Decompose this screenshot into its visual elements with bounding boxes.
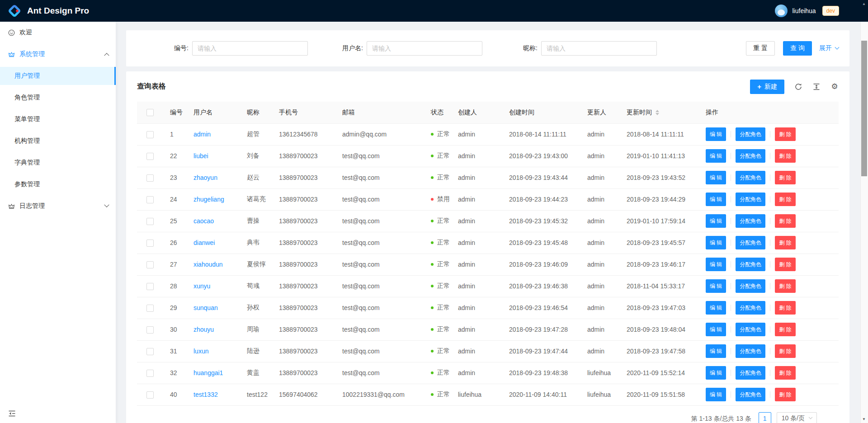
assign-role-button[interactable]: 分配角色 [736, 258, 765, 271]
assign-role-button[interactable]: 分配角色 [736, 388, 765, 401]
row-checkbox[interactable] [146, 153, 154, 160]
assign-role-button[interactable]: 分配角色 [736, 149, 765, 163]
edit-button[interactable]: 编 辑 [706, 279, 726, 293]
delete-button[interactable]: 删 除 [775, 301, 795, 315]
reload-icon[interactable] [794, 83, 802, 91]
nickname-field[interactable] [541, 41, 657, 56]
pagination-page-1[interactable]: 1 [759, 412, 771, 423]
delete-button[interactable]: 删 除 [775, 344, 795, 358]
expand-link[interactable]: 展开 [819, 44, 839, 52]
row-checkbox[interactable] [146, 348, 154, 355]
delete-button[interactable]: 删 除 [775, 214, 795, 228]
username-field[interactable] [367, 41, 482, 56]
row-checkbox[interactable] [146, 283, 154, 290]
row-checkbox[interactable] [146, 305, 154, 312]
username-link[interactable]: xunyu [193, 282, 210, 290]
select-all-checkbox[interactable] [146, 109, 154, 116]
delete-button[interactable]: 删 除 [775, 171, 795, 184]
scrollbar-thumb[interactable] [861, 41, 867, 176]
settings-gear-icon[interactable]: ⚙ [830, 83, 839, 91]
assign-role-button[interactable]: 分配角色 [736, 127, 765, 141]
sidebar-item-menu-management[interactable]: 菜单管理 [0, 110, 116, 128]
username-link[interactable]: luxun [193, 348, 208, 355]
username-link[interactable]: sunquan [193, 304, 218, 311]
row-checkbox[interactable] [146, 261, 154, 268]
cell-create-time: 2018-08-14 11:11:11 [502, 123, 580, 145]
user-name[interactable]: liufeihua [792, 7, 816, 14]
username-link[interactable]: xiahoudun [193, 261, 223, 268]
edit-button[interactable]: 编 辑 [706, 236, 726, 249]
assign-role-button[interactable]: 分配角色 [736, 323, 765, 336]
username-link[interactable]: zhugeliang [193, 196, 224, 203]
sidebar-item-param-management[interactable]: 参数管理 [0, 175, 116, 193]
assign-role-button[interactable]: 分配角色 [736, 279, 765, 293]
sidebar-item-system-management[interactable]: 系统管理 [0, 45, 116, 63]
edit-button[interactable]: 编 辑 [706, 193, 726, 206]
assign-role-button[interactable]: 分配角色 [736, 193, 765, 206]
row-checkbox[interactable] [146, 370, 154, 377]
row-checkbox[interactable] [146, 240, 154, 247]
sidebar-item-log-management[interactable]: 日志管理 [0, 197, 116, 215]
reset-button[interactable]: 重 置 [746, 41, 775, 56]
delete-button[interactable]: 删 除 [775, 279, 795, 293]
assign-role-button[interactable]: 分配角色 [736, 171, 765, 184]
edit-button[interactable]: 编 辑 [706, 171, 726, 184]
id-field[interactable] [192, 41, 308, 56]
row-checkbox[interactable] [146, 131, 154, 138]
username-link[interactable]: caocao [193, 217, 214, 225]
delete-button[interactable]: 删 除 [775, 149, 795, 163]
row-checkbox[interactable] [146, 218, 154, 225]
assign-role-button[interactable]: 分配角色 [736, 214, 765, 228]
scrollbar-down-arrow[interactable]: ▼ [862, 418, 866, 421]
assign-role-button[interactable]: 分配角色 [736, 366, 765, 380]
delete-button[interactable]: 删 除 [775, 258, 795, 271]
edit-button[interactable]: 编 辑 [706, 366, 726, 380]
edit-button[interactable]: 编 辑 [706, 323, 726, 336]
username-link[interactable]: liubei [193, 152, 208, 160]
assign-role-button[interactable]: 分配角色 [736, 344, 765, 358]
sidebar-item-role-management[interactable]: 角色管理 [0, 89, 116, 107]
page-size-select[interactable]: 10 条/页 [777, 412, 817, 423]
username-link[interactable]: admin [193, 131, 211, 138]
username-link[interactable]: huanggai1 [193, 369, 223, 376]
delete-button[interactable]: 删 除 [775, 323, 795, 336]
row-checkbox[interactable] [146, 391, 154, 399]
edit-button[interactable]: 编 辑 [706, 344, 726, 358]
row-checkbox[interactable] [146, 326, 154, 334]
edit-button[interactable]: 编 辑 [706, 149, 726, 163]
assign-role-button[interactable]: 分配角色 [736, 236, 765, 249]
cell-email: test@qq.com [335, 232, 424, 254]
density-icon[interactable] [812, 83, 821, 91]
edit-button[interactable]: 编 辑 [706, 301, 726, 315]
username-link[interactable]: zhaoyun [193, 174, 217, 181]
scrollbar-up-arrow[interactable]: ▲ [862, 2, 866, 6]
sidebar-item-dict-management[interactable]: 字典管理 [0, 154, 116, 172]
username-link[interactable]: dianwei [193, 239, 215, 246]
edit-button[interactable]: 编 辑 [706, 258, 726, 271]
row-checkbox[interactable] [146, 174, 154, 182]
edit-button[interactable]: 编 辑 [706, 214, 726, 228]
edit-button[interactable]: 编 辑 [706, 127, 726, 141]
delete-button[interactable]: 删 除 [775, 127, 795, 141]
sidebar-item-user-management[interactable]: 用户管理 [0, 67, 116, 85]
delete-button[interactable]: 删 除 [775, 366, 795, 380]
action-divider [731, 196, 731, 202]
assign-role-button[interactable]: 分配角色 [736, 301, 765, 315]
col-update-time[interactable]: 更新时间 [619, 102, 698, 123]
action-divider [731, 240, 731, 246]
new-button[interactable]: + 新建 [750, 80, 784, 94]
sorter-icon[interactable] [656, 110, 659, 115]
logo[interactable]: Ant Design Pro [7, 4, 89, 18]
menu-fold-icon[interactable] [8, 410, 16, 417]
sidebar-item-welcome[interactable]: 欢迎 [0, 24, 116, 42]
delete-button[interactable]: 删 除 [775, 193, 795, 206]
edit-button[interactable]: 编 辑 [706, 388, 726, 401]
sidebar-item-org-management[interactable]: 机构管理 [0, 132, 116, 150]
username-link[interactable]: test1332 [193, 391, 218, 398]
avatar[interactable] [775, 5, 788, 17]
username-link[interactable]: zhouyu [193, 326, 214, 333]
search-button[interactable]: 查 询 [783, 41, 812, 56]
row-checkbox[interactable] [146, 196, 154, 203]
delete-button[interactable]: 删 除 [775, 236, 795, 249]
delete-button[interactable]: 删 除 [775, 388, 795, 401]
